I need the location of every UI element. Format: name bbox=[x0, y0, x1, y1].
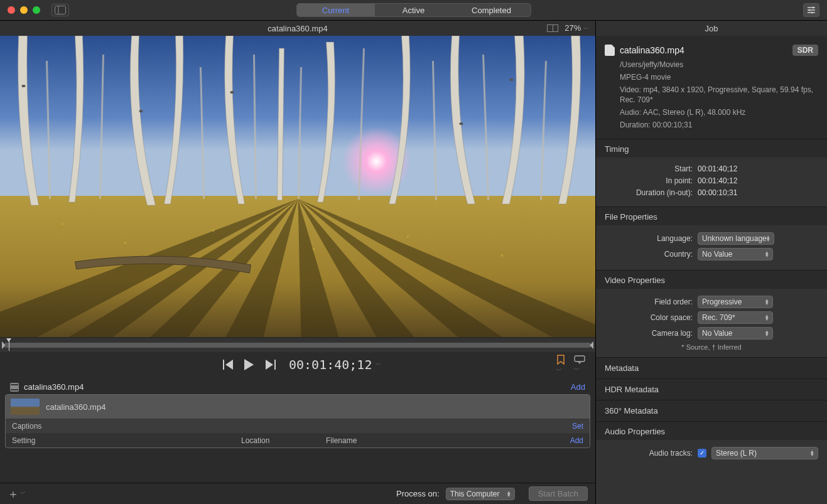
videoprops-section: Field order: Progressive▴▾ Color space: … bbox=[596, 289, 827, 357]
svg-marker-34 bbox=[266, 360, 273, 370]
svg-point-27 bbox=[212, 229, 215, 232]
svg-point-5 bbox=[813, 7, 814, 9]
inspector-filename: catalina360.mp4 bbox=[620, 45, 684, 55]
playback-controls: 00:01:40;12﹀ ﹀ ﹀ bbox=[0, 353, 595, 376]
language-label: Language: bbox=[605, 234, 698, 243]
col-filename: Filename bbox=[326, 436, 570, 445]
add-job-button[interactable]: Add bbox=[571, 382, 585, 392]
timing-section-title: Timing bbox=[596, 139, 827, 158]
batch-header: catalina360.mp4 Add bbox=[5, 380, 590, 394]
file-duration: Duration: 00:00:10;31 bbox=[620, 120, 818, 131]
film-icon bbox=[10, 383, 19, 392]
fieldorder-label: Field order: bbox=[605, 298, 698, 306]
marker-button[interactable]: ﹀ bbox=[556, 355, 565, 375]
close-window-button[interactable] bbox=[8, 6, 15, 14]
play-button[interactable] bbox=[244, 359, 254, 370]
next-frame-button[interactable] bbox=[264, 360, 276, 370]
metadata-section-toggle[interactable]: Metadata bbox=[596, 357, 827, 378]
footer: ＋﹀ Process on: This Computer▴▾ Start Bat… bbox=[0, 483, 595, 504]
inspector-body[interactable]: catalina360.mp4 SDR /Users/jeffy/Movies … bbox=[596, 36, 827, 504]
durationio-value: 00:00:10;31 bbox=[698, 188, 737, 197]
batch-job: catalina360.mp4 Captions Set Setting Loc… bbox=[5, 394, 590, 448]
window-controls bbox=[8, 6, 40, 14]
minimize-window-button[interactable] bbox=[20, 6, 28, 14]
svg-marker-32 bbox=[225, 360, 233, 370]
svg-point-24 bbox=[510, 78, 514, 81]
audiotrack-select[interactable]: Stereo (L R)▴▾ bbox=[711, 447, 818, 459]
country-select[interactable]: No Value▴▾ bbox=[698, 248, 773, 260]
colorspace-label: Color space: bbox=[605, 313, 698, 322]
cameralog-select[interactable]: No Value▴▾ bbox=[698, 327, 773, 340]
svg-marker-33 bbox=[244, 359, 254, 370]
svg-point-7 bbox=[811, 12, 813, 14]
batch-title: catalina360.mp4 bbox=[24, 382, 84, 392]
set-captions-button[interactable]: Set bbox=[572, 422, 583, 431]
job-thumbnail bbox=[11, 399, 40, 415]
svg-rect-0 bbox=[55, 6, 66, 14]
durationio-label: Duration (in-out): bbox=[605, 188, 698, 197]
audioprops-section-title: Audio Properties bbox=[596, 421, 827, 440]
file-audio-info: Audio: AAC, Stereo (L R), 48.000 kHz bbox=[620, 107, 818, 118]
language-select[interactable]: Unknown language▴▾ bbox=[698, 232, 774, 245]
timeline[interactable] bbox=[0, 338, 595, 352]
sidebar-toggle-button[interactable] bbox=[51, 4, 69, 16]
playhead[interactable] bbox=[9, 340, 9, 351]
process-on-select[interactable]: This Computer▴▾ bbox=[446, 488, 515, 500]
cameralog-label: Camera log: bbox=[605, 329, 698, 338]
add-menu-button[interactable]: ＋﹀ bbox=[8, 486, 26, 501]
fileprops-section-title: File Properties bbox=[596, 206, 827, 225]
svg-point-30 bbox=[501, 254, 504, 257]
job-name: catalina360.mp4 bbox=[46, 402, 105, 412]
timecode-display[interactable]: 00:01:40;12﹀ bbox=[289, 357, 381, 372]
tab-active[interactable]: Active bbox=[375, 4, 453, 16]
svg-point-29 bbox=[407, 235, 409, 238]
maximize-window-button[interactable] bbox=[33, 6, 40, 14]
view-segmented-control: Current Active Completed bbox=[296, 3, 531, 17]
file-info-block: catalina360.mp4 SDR /Users/jeffy/Movies … bbox=[596, 36, 827, 139]
titlebar: Current Active Completed bbox=[0, 0, 827, 21]
inspector-header: Job bbox=[596, 21, 827, 36]
inspector-toggle-button[interactable] bbox=[803, 3, 819, 17]
fieldorder-select[interactable]: Progressive▴▾ bbox=[698, 296, 773, 308]
zoom-level[interactable]: 27% ﹀ bbox=[565, 23, 589, 33]
svg-rect-31 bbox=[223, 360, 224, 370]
add-setting-button[interactable]: Add bbox=[570, 436, 583, 445]
audiotracks-label: Audio tracks: bbox=[605, 449, 698, 458]
prev-frame-button[interactable] bbox=[223, 360, 234, 370]
svg-rect-36 bbox=[575, 356, 585, 362]
inpoint-value: 00:01:40;12 bbox=[698, 176, 737, 185]
process-on-label: Process on: bbox=[396, 489, 440, 498]
start-label: Start: bbox=[605, 164, 698, 173]
file-container: MPEG-4 movie bbox=[620, 72, 818, 83]
file-path: /Users/jeffy/Movies bbox=[620, 60, 818, 70]
svg-point-25 bbox=[62, 223, 64, 225]
svg-point-20 bbox=[22, 85, 26, 87]
hdr-metadata-section-toggle[interactable]: HDR Metadata bbox=[596, 378, 827, 400]
svg-rect-35 bbox=[274, 360, 276, 370]
captions-row: Captions Set bbox=[6, 419, 590, 433]
colorspace-select[interactable]: Rec. 709*▴▾ bbox=[698, 311, 773, 324]
svg-point-22 bbox=[230, 91, 234, 94]
batch-area: catalina360.mp4 Add catalina360.mp4 Capt… bbox=[0, 376, 595, 483]
audiotrack-checkbox[interactable]: ✓ bbox=[698, 449, 706, 458]
svg-point-23 bbox=[460, 122, 463, 125]
timeline-track[interactable] bbox=[5, 343, 590, 348]
audioprops-section: Audio tracks: ✓ Stereo (L R)▴▾ bbox=[596, 440, 827, 504]
timing-section: Start:00:01:40;12 In point:00:01:40;12 D… bbox=[596, 158, 827, 206]
settings-header-row: Setting Location Filename Add bbox=[6, 433, 590, 448]
preview-viewport[interactable] bbox=[0, 36, 595, 337]
start-value: 00:01:40;12 bbox=[698, 164, 737, 173]
svg-point-26 bbox=[124, 242, 127, 244]
file-video-info: Video: mp4, 3840 x 1920, Progressive, Sq… bbox=[620, 85, 818, 106]
start-batch-button[interactable]: Start Batch bbox=[529, 486, 588, 501]
tab-completed[interactable]: Completed bbox=[453, 4, 531, 16]
out-marker-icon[interactable] bbox=[590, 341, 593, 349]
videoprops-note: * Source, † Inferred bbox=[605, 343, 818, 351]
compare-icon[interactable] bbox=[547, 24, 558, 32]
job-row[interactable]: catalina360.mp4 bbox=[6, 395, 590, 419]
tab-current[interactable]: Current bbox=[297, 4, 375, 16]
country-label: Country: bbox=[605, 250, 698, 259]
comment-button[interactable]: ﹀ bbox=[574, 355, 585, 374]
360-metadata-section-toggle[interactable]: 360° Metadata bbox=[596, 400, 827, 421]
left-pane: catalina360.mp4 27% ﹀ bbox=[0, 21, 596, 504]
